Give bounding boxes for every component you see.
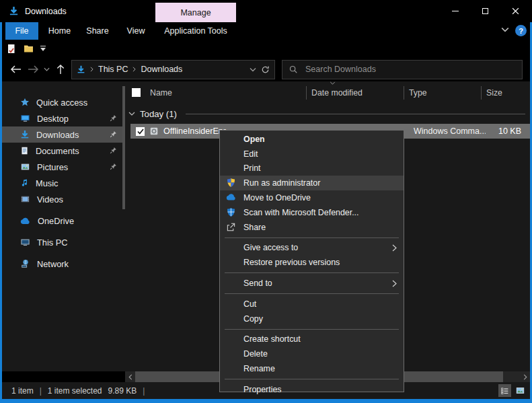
- videos-icon: [20, 194, 30, 204]
- sidebar-item-label: Documents: [36, 146, 79, 156]
- refresh-button[interactable]: [261, 65, 270, 74]
- sidebar-item-downloads[interactable]: Downloads: [0, 126, 125, 143]
- help-button[interactable]: ?: [515, 25, 527, 36]
- sidebar-item-desktop[interactable]: Desktop: [0, 110, 125, 126]
- sidebar-item-videos[interactable]: Videos: [0, 191, 125, 207]
- star-icon: [20, 98, 30, 107]
- tab-share[interactable]: Share: [81, 22, 114, 40]
- search-box[interactable]: [282, 60, 523, 79]
- tab-home[interactable]: Home: [43, 22, 76, 40]
- maximize-icon: [482, 8, 488, 14]
- maximize-button[interactable]: [470, 0, 500, 22]
- downloads-folder-icon: [20, 130, 30, 139]
- sidebar-gap: [0, 229, 125, 234]
- back-arrow-icon: [10, 65, 22, 74]
- column-header-type[interactable]: Type: [404, 86, 481, 100]
- menu-item-edit[interactable]: Edit: [220, 147, 404, 161]
- search-input[interactable]: [304, 64, 516, 75]
- column-header-size[interactable]: Size: [481, 86, 531, 100]
- navigation-pane: Quick access Desktop Downloads Documents: [0, 81, 125, 371]
- recent-locations-button[interactable]: [42, 61, 52, 78]
- column-header-label: Date modified: [311, 88, 363, 98]
- menu-item-rename[interactable]: Rename: [220, 361, 404, 376]
- selection-count: 1 item selected: [48, 386, 102, 396]
- details-view-button[interactable]: [498, 384, 511, 397]
- group-header-today[interactable]: Today (1): [128, 106, 525, 121]
- menu-item-properties[interactable]: Properties: [220, 382, 404, 397]
- menu-item-run-as-administrator[interactable]: Run as administrator: [220, 176, 404, 190]
- sidebar-item-network[interactable]: Network: [0, 256, 125, 272]
- menu-item-send-to[interactable]: Send to: [220, 276, 404, 291]
- sidebar-item-this-pc[interactable]: This PC: [0, 234, 125, 250]
- menu-item-create-shortcut[interactable]: Create shortcut: [220, 332, 404, 347]
- this-pc-icon: [20, 237, 30, 247]
- breadcrumb-chevron-icon: [90, 67, 93, 72]
- breadcrumb-chevron-icon: [132, 67, 136, 72]
- column-header-name[interactable]: Name: [143, 86, 306, 100]
- menu-item-restore-previous-versions[interactable]: Restore previous versions: [220, 255, 404, 270]
- sidebar-item-pictures[interactable]: Pictures: [0, 159, 125, 175]
- breadcrumb-this-pc[interactable]: This PC: [98, 65, 128, 74]
- sidebar-item-music[interactable]: Music: [0, 175, 125, 191]
- sidebar-gap: [0, 207, 125, 213]
- customize-qat-button[interactable]: [40, 46, 46, 51]
- menu-item-cut[interactable]: Cut: [220, 297, 404, 312]
- menu-item-move-to-onedrive[interactable]: Move to OneDrive: [220, 190, 404, 205]
- menu-item-print[interactable]: Print: [220, 161, 404, 176]
- documents-icon: [20, 146, 29, 155]
- contextual-tab-group-manage[interactable]: Manage: [155, 3, 236, 22]
- pin-icon: [110, 131, 117, 138]
- cmd-file-icon: [149, 126, 159, 136]
- column-header-row: Name Date modified Type Size: [125, 83, 531, 102]
- menu-item-scan-with-microsoft-defender[interactable]: Scan with Microsoft Defender...: [220, 205, 404, 220]
- new-folder-qat-button[interactable]: [23, 43, 34, 54]
- menu-item-open[interactable]: Open: [220, 132, 404, 147]
- column-header-date-modified[interactable]: Date modified: [306, 86, 404, 100]
- thumbnail-view-button[interactable]: [514, 384, 527, 397]
- tab-file[interactable]: File: [5, 22, 38, 40]
- menu-item-label: Share: [243, 223, 266, 232]
- back-button[interactable]: [7, 61, 24, 78]
- sidebar-item-label: Music: [36, 178, 58, 188]
- sidebar-item-quick-access[interactable]: Quick access: [0, 94, 125, 110]
- menu-item-delete[interactable]: Delete: [220, 346, 404, 361]
- menu-separator: [225, 293, 399, 294]
- minimize-button[interactable]: [440, 0, 470, 22]
- tab-application-tools[interactable]: Application Tools: [155, 22, 236, 40]
- close-button[interactable]: [500, 0, 531, 22]
- item-checkbox[interactable]: [136, 127, 145, 136]
- menu-item-label: Edit: [243, 149, 258, 159]
- file-type: Windows Comma...: [408, 126, 486, 136]
- sidebar-item-label: Network: [37, 259, 69, 269]
- overline: [40, 46, 46, 46]
- menu-item-share[interactable]: Share: [220, 220, 404, 235]
- details-view-icon: [500, 387, 509, 395]
- up-button[interactable]: [52, 61, 69, 78]
- scroll-right-button[interactable]: [520, 371, 531, 382]
- sidebar-item-documents[interactable]: Documents: [0, 143, 125, 159]
- breadcrumb-downloads[interactable]: Downloads: [141, 65, 182, 74]
- expand-ribbon-button[interactable]: [501, 27, 509, 32]
- address-bar[interactable]: This PC Downloads: [71, 60, 275, 79]
- properties-qat-button[interactable]: [6, 43, 17, 54]
- menu-item-give-access-to[interactable]: Give access to: [220, 241, 404, 256]
- onedrive-cloud-icon: [20, 217, 31, 225]
- status-separator: |: [40, 386, 42, 396]
- sidebar-item-onedrive[interactable]: OneDrive: [0, 213, 125, 229]
- menu-item-copy[interactable]: Copy: [220, 312, 404, 326]
- menu-item-label: Copy: [243, 314, 263, 324]
- menu-item-label: Give access to: [243, 243, 298, 252]
- tab-view[interactable]: View: [119, 22, 153, 40]
- scroll-left-button[interactable]: [125, 371, 136, 382]
- menu-separator: [225, 379, 399, 379]
- desktop-icon: [20, 114, 30, 123]
- thumbnail-view-icon: [515, 386, 525, 395]
- sidebar-item-label: This PC: [37, 237, 68, 248]
- forward-button[interactable]: [24, 61, 42, 78]
- sidebar-item-label: Quick access: [36, 98, 87, 108]
- menu-separator: [225, 329, 399, 330]
- menu-separator: [225, 272, 399, 273]
- select-all-checkbox[interactable]: [132, 88, 141, 97]
- menu-item-label: Send to: [243, 279, 272, 288]
- address-dropdown-button[interactable]: [250, 67, 256, 72]
